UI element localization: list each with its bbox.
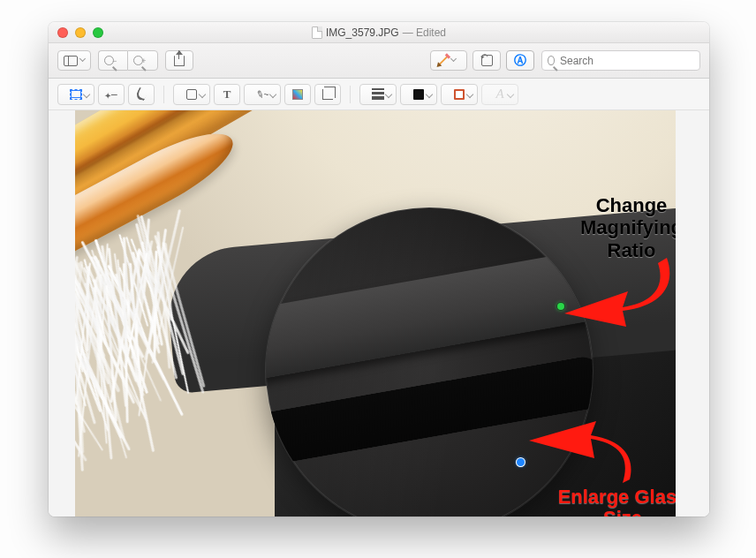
stroke-icon — [454, 89, 465, 100]
zoom-group: − + — [98, 50, 158, 71]
sidebar-icon — [64, 56, 78, 66]
markup-icon: Ⓐ — [514, 53, 526, 69]
zoom-in-button[interactable]: + — [127, 50, 157, 71]
title-edited-suffix: — Edited — [403, 26, 446, 39]
sign-icon — [256, 87, 269, 101]
zoom-out-button[interactable]: − — [98, 50, 127, 71]
annotation-enlarge-size: Enlarge Glass Size — [525, 486, 676, 517]
annotation-magnify-ratio: Change Magnifying Ratio — [543, 194, 676, 261]
loupe-resize-handle[interactable] — [517, 458, 525, 466]
text-tool[interactable]: T — [214, 84, 240, 105]
chevron-down-icon — [507, 90, 514, 97]
chevron-down-icon — [79, 56, 86, 62]
separator — [350, 86, 351, 103]
shape-icon — [186, 89, 197, 100]
search-field[interactable] — [541, 50, 700, 71]
anno-line: Size — [603, 507, 642, 517]
title-filename: IMG_3579.JPG — [326, 26, 399, 39]
chevron-down-icon — [426, 90, 433, 97]
arrow-to-green-handle — [561, 256, 676, 327]
sign-tool[interactable] — [244, 84, 281, 105]
titlebar[interactable]: IMG_3579.JPG — Edited — [49, 22, 709, 43]
font-style-tool[interactable]: A — [481, 84, 518, 105]
line-style-icon — [372, 87, 384, 102]
selection-rect-icon — [70, 89, 82, 100]
search-input[interactable] — [558, 54, 694, 68]
preview-window: IMG_3579.JPG — Edited − + — [49, 22, 709, 517]
shapes-tool[interactable] — [173, 84, 210, 105]
chevron-down-icon — [385, 90, 392, 97]
highlight-button[interactable] — [430, 50, 467, 71]
chevron-down-icon — [83, 90, 90, 97]
rotate-icon — [481, 55, 493, 66]
window-title: IMG_3579.JPG — Edited — [49, 26, 709, 39]
sketch-tool[interactable] — [128, 84, 155, 105]
sidebar-toggle[interactable] — [57, 50, 91, 71]
arrow-to-blue-handle — [525, 421, 640, 490]
chevron-down-icon — [450, 56, 456, 62]
close-icon[interactable] — [57, 27, 68, 38]
adjust-size-tool[interactable] — [314, 84, 341, 105]
share-button[interactable] — [165, 50, 193, 71]
selection-tool[interactable] — [57, 84, 94, 105]
instant-alpha-tool[interactable] — [98, 84, 125, 105]
markup-toolbar: T A — [49, 79, 709, 110]
chevron-down-icon — [466, 90, 473, 97]
font-icon: A — [495, 87, 503, 102]
adjust-color-icon — [292, 89, 303, 100]
anno-line: Enlarge Glass — [558, 486, 676, 508]
document-proxy-icon[interactable] — [312, 26, 322, 39]
main-toolbar: − + Ⓐ — [49, 43, 709, 79]
anno-line: Change — [596, 194, 668, 216]
share-icon — [174, 56, 185, 66]
document-canvas[interactable]: Change Magnifying Ratio Enlarge Glass Si… — [49, 110, 709, 517]
adjust-size-icon — [322, 89, 333, 100]
adjust-color-tool[interactable] — [284, 84, 311, 105]
fill-icon — [413, 89, 424, 100]
fill-color-tool[interactable] — [400, 84, 437, 105]
sketch-icon — [133, 87, 150, 101]
window-controls — [57, 27, 103, 38]
chevron-down-icon — [199, 90, 206, 97]
highlight-icon — [438, 56, 448, 65]
chevron-down-icon — [269, 90, 276, 97]
anno-line: Magnifying — [580, 216, 676, 238]
rotate-button[interactable] — [472, 50, 501, 71]
text-icon: T — [223, 87, 231, 102]
zoom-icon[interactable] — [93, 27, 103, 38]
search-icon — [548, 56, 555, 65]
photo-content: Change Magnifying Ratio Enlarge Glass Si… — [75, 110, 676, 517]
minimize-icon[interactable] — [75, 27, 86, 38]
shape-style-tool[interactable] — [359, 84, 397, 105]
wand-icon — [104, 87, 118, 102]
border-color-tool[interactable] — [441, 84, 478, 105]
markup-button[interactable]: Ⓐ — [506, 50, 534, 71]
separator — [163, 86, 164, 103]
